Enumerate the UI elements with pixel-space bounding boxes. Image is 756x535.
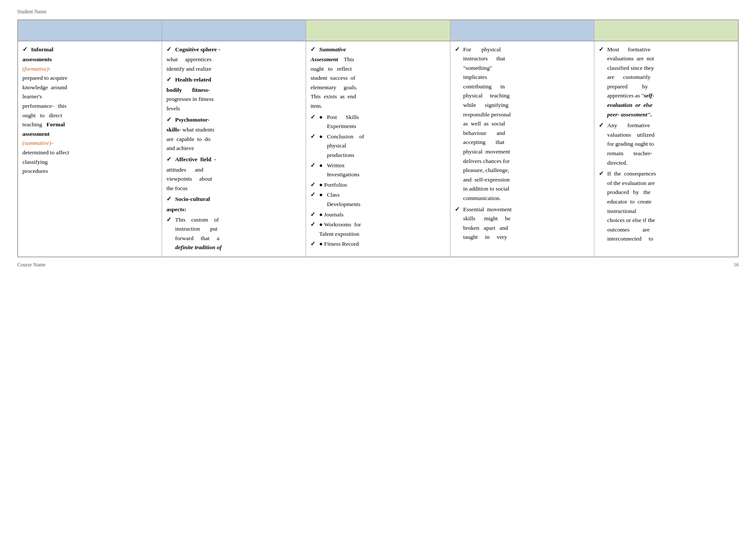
- col3-heading1: Summative: [319, 45, 346, 54]
- col2-text5: aspects:: [166, 205, 301, 214]
- page-footer: Course Name 16: [17, 262, 739, 268]
- col1-heading1: Informal: [31, 45, 53, 54]
- col2-heading3: Psychomotor-: [175, 115, 209, 125]
- col2-text1: what apprentices identify and realize: [166, 55, 301, 73]
- col3-item4: ● Portfolios: [319, 180, 347, 190]
- header-cell-1: [18, 20, 162, 41]
- check-icon-7: ✓: [166, 215, 172, 225]
- col5-heading1: Most formative evaluations are not class…: [607, 45, 654, 119]
- bullet-dot-2: ●: [319, 132, 325, 141]
- check-icon-1: ✓: [22, 45, 28, 54]
- main-table-wrapper: ✓ Informal assessments (formative)- prep…: [17, 19, 739, 257]
- check-icon-4: ✓: [166, 115, 172, 125]
- check-icon-21: ✓: [599, 169, 604, 178]
- header-cell-4: [450, 20, 594, 41]
- col3-item5: ClassDevelopments: [327, 190, 360, 209]
- col4-text2: Essential movement skills might be broke…: [463, 205, 512, 242]
- col5-text2: Any formative valuations utilized for gr…: [607, 121, 654, 167]
- col3-item7: ● Workrooms forTalent exposition: [319, 220, 361, 238]
- check-icon-16: ✓: [310, 239, 316, 249]
- col3-item3: WrittenInvestigations: [327, 161, 359, 179]
- check-icon-19: ✓: [599, 45, 604, 54]
- check-icon-10: ✓: [310, 132, 316, 141]
- check-icon-20: ✓: [599, 121, 604, 130]
- check-icon-12: ✓: [310, 180, 316, 190]
- col1-cell: ✓ Informal assessments (formative)- prep…: [18, 41, 162, 257]
- col5-text3: If the consequences of the evaluation ar…: [607, 169, 656, 244]
- col3-text1: Assessment This ought to reflect student…: [310, 55, 445, 111]
- col2-heading2: Health-related: [175, 75, 211, 84]
- course-name: Course Name: [17, 262, 46, 268]
- col2-cell: ✓ Cognitive sphere - what apprentices id…: [162, 41, 306, 257]
- col3-item6: ● Journals: [319, 210, 344, 219]
- check-icon-5: ✓: [166, 155, 172, 164]
- col1-text1: assessments (formative)- prepared to acq…: [22, 55, 157, 176]
- col5-cell: ✓ Most formative evaluations are not cla…: [594, 41, 738, 257]
- check-icon-9: ✓: [310, 113, 316, 122]
- col2-text3: skills- what students are capable to do …: [166, 125, 301, 153]
- col2-text4: attitudes and viewpoints about the focus: [166, 165, 301, 193]
- col2-heading4: Affective field -: [175, 155, 216, 164]
- check-icon-2: ✓: [166, 45, 172, 54]
- bullet-dot-4: ●: [319, 190, 325, 200]
- col1-formative: (formative)-: [22, 66, 50, 72]
- col2-text2: bodily fitness- progresses in fitness le…: [166, 85, 301, 113]
- page-number: 16: [734, 262, 739, 268]
- check-icon-8: ✓: [310, 45, 316, 54]
- col2-text6: This custom of instruction put forward t…: [175, 215, 222, 252]
- check-icon-13: ✓: [310, 190, 316, 200]
- col3-cell: ✓ Summative Assessment This ought to ref…: [306, 41, 450, 257]
- header-cell-3: [306, 20, 450, 41]
- col2-heading1: Cognitive sphere -: [175, 45, 220, 54]
- col3-item2: Conclusion ofphysicalproductions: [327, 132, 364, 160]
- header-cell-5: [594, 20, 738, 41]
- check-icon-15: ✓: [310, 220, 316, 229]
- bullet-dot-3: ●: [319, 161, 325, 170]
- check-icon-11: ✓: [310, 161, 316, 170]
- col3-item8: ● Fitness Record: [319, 239, 359, 249]
- col4-heading1: For physical instructors that "something…: [463, 45, 511, 203]
- check-icon-18: ✓: [455, 205, 460, 214]
- bullet-dot-1: ●: [319, 113, 325, 122]
- check-icon-17: ✓: [455, 45, 460, 54]
- col1-summative: (summative)-: [22, 140, 53, 146]
- col3-item1: Post SkillsExperiments: [327, 113, 359, 131]
- col2-heading5: Socio-cultural: [175, 194, 210, 204]
- check-icon-14: ✓: [310, 210, 316, 219]
- content-table: ✓ Informal assessments (formative)- prep…: [18, 20, 738, 257]
- header-cell-2: [162, 20, 306, 41]
- page-header: Student Name: [17, 9, 739, 15]
- col4-cell: ✓ For physical instructors that "somethi…: [450, 41, 594, 257]
- check-icon-6: ✓: [166, 194, 172, 204]
- check-icon-3: ✓: [166, 75, 172, 84]
